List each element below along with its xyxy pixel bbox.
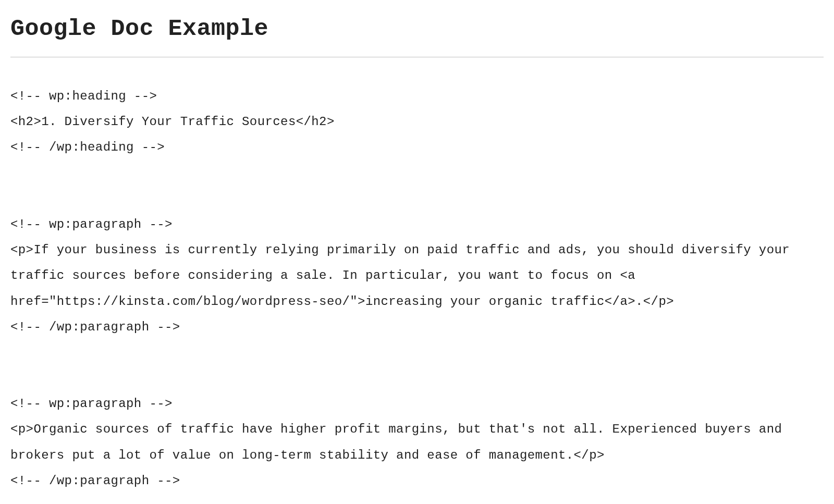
page-title: Google Doc Example (10, 16, 824, 42)
code-output: <!-- wp:heading --> <h2>1. Diversify You… (10, 83, 824, 494)
page-container: Google Doc Example <!-- wp:heading --> <… (0, 0, 834, 504)
divider (10, 57, 824, 57)
